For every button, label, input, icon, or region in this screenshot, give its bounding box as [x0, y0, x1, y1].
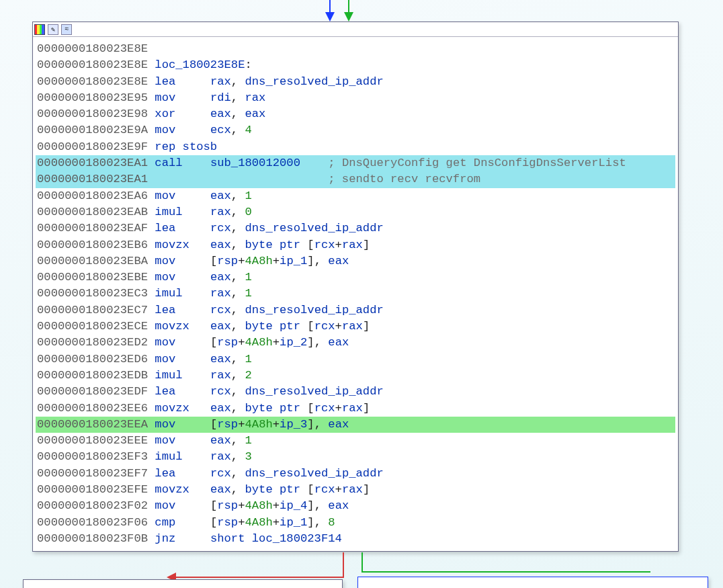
address: 0000000180023EB6	[37, 239, 148, 251]
op-token: rax	[245, 91, 265, 104]
plain-token: ,	[231, 287, 245, 300]
plain-token: +	[335, 402, 342, 415]
op-token: rsp	[217, 336, 238, 349]
plain-token	[148, 287, 155, 300]
signal-icon[interactable]: ≈	[61, 24, 72, 35]
mnem-token: lea	[155, 385, 175, 398]
plain-token	[175, 222, 210, 235]
mnem-token: mov	[155, 418, 175, 431]
disasm-row[interactable]: 0000000180023F06 cmp [rsp+4A8h+ip_1], 8	[36, 515, 675, 531]
disasm-row[interactable]: 0000000180023E9F rep stosb	[36, 139, 675, 155]
successor-node-left[interactable]	[23, 579, 343, 588]
disasm-row[interactable]: 0000000180023ECE movzx eax, byte ptr [rc…	[36, 319, 675, 335]
plain-token	[148, 516, 155, 529]
op-token: eax	[210, 271, 231, 284]
plain-token: ]	[363, 239, 370, 251]
plain-token: [	[307, 402, 314, 415]
disasm-row[interactable]: 0000000180023EF7 lea rcx, dns_resolved_i…	[36, 466, 675, 482]
disasm-row[interactable]: 0000000180023E9A mov ecx, 4	[36, 122, 675, 138]
edit-note-icon[interactable]: ✎	[48, 24, 58, 35]
disasm-row[interactable]: 0000000180023ED2 mov [rsp+4A8h+ip_2], ea…	[36, 335, 675, 351]
address: 0000000180023EAB	[37, 206, 148, 218]
plain-token: [	[210, 499, 217, 512]
plain-token: ]	[363, 320, 370, 333]
disasm-row[interactable]: 0000000180023EDF lea rcx, dns_resolved_i…	[36, 384, 675, 400]
mnem-token: lea	[155, 304, 175, 317]
plain-token	[183, 206, 210, 218]
disasm-row[interactable]: 0000000180023EA1 call sub_180012000 ; Dn…	[36, 155, 675, 171]
mnem-token: movzx	[155, 483, 189, 496]
disasm-row[interactable]: 0000000180023EAB imul rax, 0	[36, 204, 675, 220]
plain-token	[148, 239, 155, 251]
disasm-row[interactable]: 0000000180023EEE mov eax, 1	[36, 433, 675, 449]
mnem-token: mov	[155, 91, 175, 104]
disasm-row[interactable]: 0000000180023E95 mov rdi, rax	[36, 90, 675, 106]
disasm-row[interactable]: 0000000180023EC7 lea rcx, dns_resolved_i…	[36, 302, 675, 319]
plain-token	[148, 320, 155, 333]
disasm-row[interactable]: 0000000180023EE6 movzx eax, byte ptr [rc…	[36, 401, 675, 417]
op-token: rax	[342, 402, 363, 415]
disasm-row[interactable]: 0000000180023EA1 ; sendto recv recvfrom	[36, 171, 675, 187]
address: 0000000180023F02	[37, 499, 148, 512]
plain-token: ,	[231, 450, 245, 463]
basic-block-node[interactable]: ✎ ≈ 0000000180023E8E0000000180023E8E loc…	[32, 22, 679, 552]
disasm-row[interactable]: 0000000180023F02 mov [rsp+4A8h+ip_4], ea…	[36, 498, 675, 514]
kw-token: byte ptr	[245, 483, 307, 496]
disasm-row[interactable]: 0000000180023E98 xor eax, eax	[36, 106, 675, 122]
plain-token: ,	[231, 271, 245, 284]
disasm-row[interactable]: 0000000180023EDB imul rax, 2	[36, 368, 675, 384]
num-token: 1	[245, 190, 251, 202]
disasm-row[interactable]: 0000000180023EA6 mov eax, 1	[36, 188, 675, 204]
plain-token: ],	[307, 499, 328, 512]
outgoing-edge-true	[362, 552, 363, 573]
kw-token: byte ptr	[245, 239, 307, 251]
plain-token: ,	[231, 222, 245, 235]
successor-node-right[interactable]	[357, 577, 708, 588]
plain-token	[148, 450, 155, 463]
outgoing-edge-false-h	[171, 577, 344, 578]
disasm-row[interactable]: 0000000180023EC3 imul rax, 1	[36, 286, 675, 302]
op-token: rax	[342, 239, 363, 251]
disasm-row[interactable]: 0000000180023F0B jnz short loc_180023F14	[36, 531, 675, 547]
kw-token: short	[210, 532, 252, 545]
num-token: 3	[245, 450, 251, 463]
disasm-row[interactable]: 0000000180023E8E lea rax, dns_resolved_i…	[36, 74, 675, 90]
address: 0000000180023EDF	[37, 385, 148, 398]
address: 0000000180023ED6	[37, 353, 148, 366]
disasm-row[interactable]: 0000000180023EBE mov eax, 1	[36, 269, 675, 286]
name-token: loc_180023F14	[252, 532, 342, 545]
num-token: 4A8h	[245, 336, 273, 349]
disasm-row[interactable]: 0000000180023E8E loc_180023E8E:	[36, 57, 675, 73]
plain-token	[148, 190, 155, 202]
plain-token	[175, 467, 210, 480]
op-token: eax	[210, 483, 231, 496]
plain-token	[175, 516, 210, 529]
disasm-row[interactable]: 0000000180023EF3 imul rax, 3	[36, 449, 675, 465]
disasm-row[interactable]: 0000000180023EB6 movzx eax, byte ptr [rc…	[36, 237, 675, 253]
mnem-token: mov	[155, 499, 175, 512]
disasm-row[interactable]: 0000000180023ED6 mov eax, 1	[36, 351, 675, 368]
op-token: rax	[210, 75, 231, 88]
name-token: dns_resolved_ip_addr	[245, 304, 383, 317]
plain-token	[300, 157, 328, 169]
disasm-row[interactable]: 0000000180023E8E	[36, 41, 675, 57]
plain-token	[183, 157, 210, 169]
color-palette-icon[interactable]	[34, 24, 45, 35]
address: 0000000180023EFE	[37, 483, 148, 496]
op-token: rax	[342, 320, 363, 333]
plain-token: ,	[231, 304, 245, 317]
disasm-row[interactable]: 0000000180023EBA mov [rsp+4A8h+ip_1], ea…	[36, 253, 675, 269]
disasm-row[interactable]: 0000000180023EEA mov [rsp+4A8h+ip_3], ea…	[36, 417, 675, 433]
disassembly-listing[interactable]: 0000000180023E8E0000000180023E8E loc_180…	[33, 37, 678, 551]
plain-token	[148, 140, 155, 153]
outgoing-edge-true-h	[362, 571, 650, 573]
plain-token: ]	[363, 483, 370, 496]
plain-token: +	[273, 516, 280, 529]
plain-token	[148, 91, 155, 104]
num-token: 4A8h	[245, 418, 273, 431]
plain-token	[148, 75, 155, 88]
plain-token: [	[210, 255, 217, 267]
disasm-row[interactable]: 0000000180023EAF lea rcx, dns_resolved_i…	[36, 220, 675, 237]
disasm-row[interactable]: 0000000180023EFE movzx eax, byte ptr [rc…	[36, 482, 675, 498]
op-token: rax	[342, 483, 363, 496]
